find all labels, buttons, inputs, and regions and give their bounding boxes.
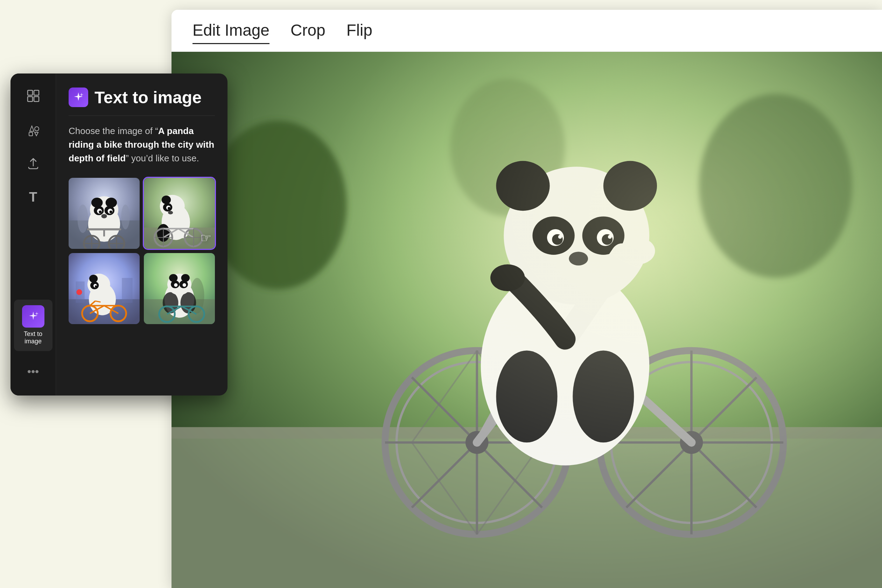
svg-line-30 <box>630 228 645 251</box>
svg-point-69 <box>110 210 112 213</box>
text-to-image-rail-label: Text to image <box>18 330 49 345</box>
panda-illustration <box>171 52 882 588</box>
layout-icon <box>27 90 39 104</box>
svg-line-29 <box>584 228 630 243</box>
svg-point-49 <box>490 264 525 291</box>
grid-item-3[interactable] <box>69 253 140 324</box>
text-icon: T <box>29 190 37 204</box>
svg-point-40 <box>582 217 624 255</box>
tab-edit-image[interactable]: Edit Image <box>192 17 270 44</box>
sidebar-item-text[interactable]: T <box>14 185 52 209</box>
svg-rect-55 <box>29 132 33 136</box>
svg-point-83 <box>162 196 171 204</box>
svg-point-17 <box>600 351 783 534</box>
elements-icon <box>26 123 40 139</box>
svg-line-15 <box>477 442 542 534</box>
sidebar-item-upload[interactable] <box>14 151 52 178</box>
svg-point-45 <box>558 235 562 239</box>
svg-rect-32 <box>542 320 550 343</box>
svg-line-13 <box>477 351 542 443</box>
panda-scene-background <box>171 52 882 588</box>
svg-point-58 <box>77 204 88 233</box>
svg-point-128 <box>174 283 177 286</box>
svg-point-36 <box>504 166 649 304</box>
svg-point-3 <box>450 79 565 217</box>
text-to-image-rail-icon <box>22 305 45 328</box>
svg-point-59 <box>121 204 129 229</box>
svg-point-87 <box>168 211 173 214</box>
svg-point-103 <box>76 290 82 295</box>
svg-point-121 <box>163 292 178 314</box>
svg-point-39 <box>532 217 574 255</box>
svg-point-48 <box>621 238 655 265</box>
svg-rect-53 <box>34 97 39 102</box>
svg-point-23 <box>680 431 703 454</box>
main-image-panel: Edit Image Crop Flip <box>171 10 882 588</box>
svg-point-7 <box>396 362 558 523</box>
svg-point-70 <box>101 214 107 218</box>
svg-point-46 <box>608 235 612 239</box>
main-image-area <box>171 52 882 588</box>
grid-item-4[interactable] <box>144 253 215 324</box>
tab-crop[interactable]: Crop <box>291 17 326 44</box>
svg-line-12 <box>412 351 477 443</box>
svg-point-41 <box>547 229 564 246</box>
svg-point-68 <box>99 210 102 213</box>
svg-point-34 <box>496 351 557 443</box>
panel-title: Text to image <box>94 88 202 107</box>
sidebar-item-text-to-image[interactable]: Text to image <box>14 300 52 351</box>
svg-point-129 <box>183 283 186 286</box>
svg-point-54 <box>34 127 39 131</box>
svg-line-10 <box>412 377 542 507</box>
svg-point-37 <box>496 161 549 211</box>
panel-content: Text to image Choose the image of “A pan… <box>56 74 228 396</box>
svg-rect-52 <box>28 97 33 102</box>
tab-flip[interactable]: Flip <box>346 17 372 44</box>
svg-line-25 <box>565 328 691 442</box>
sidebar-item-layout[interactable] <box>14 84 52 110</box>
panel-icon <box>69 87 88 107</box>
svg-point-44 <box>602 234 612 245</box>
svg-line-22 <box>627 377 757 507</box>
svg-line-21 <box>627 377 757 507</box>
svg-point-35 <box>573 351 634 443</box>
sidebar-item-elements[interactable] <box>14 117 52 144</box>
svg-point-63 <box>106 198 117 207</box>
svg-point-43 <box>552 234 563 245</box>
grid-item-2[interactable]: ☞ <box>144 178 215 249</box>
svg-point-38 <box>603 161 657 211</box>
svg-line-26 <box>565 243 584 328</box>
svg-line-11 <box>412 377 542 507</box>
svg-point-6 <box>385 351 569 534</box>
svg-point-109 <box>95 285 97 287</box>
svg-point-1 <box>209 121 347 289</box>
panel-header: Text to image <box>69 87 215 116</box>
svg-point-62 <box>92 198 102 207</box>
svg-point-33 <box>481 266 649 465</box>
svg-rect-50 <box>28 90 33 95</box>
panel-description: Choose the image of “A panda riding a bi… <box>69 124 215 165</box>
svg-line-28 <box>534 328 565 339</box>
image-grid: ☞ <box>69 178 215 324</box>
svg-rect-102 <box>122 278 132 303</box>
icon-rail: T Text to image ••• <box>10 74 56 396</box>
svg-point-16 <box>465 431 489 454</box>
toolbar: Edit Image Crop Flip <box>171 10 882 52</box>
svg-point-86 <box>168 207 171 210</box>
grid-item-1[interactable] <box>69 178 140 249</box>
upload-icon <box>27 157 40 172</box>
svg-point-31 <box>523 312 569 328</box>
svg-rect-4 <box>171 427 882 588</box>
svg-line-27 <box>477 339 534 442</box>
svg-rect-5 <box>171 427 882 438</box>
svg-point-106 <box>89 275 98 282</box>
more-options-button[interactable]: ••• <box>27 358 39 385</box>
svg-rect-0 <box>171 52 882 588</box>
svg-point-47 <box>569 252 588 265</box>
svg-point-2 <box>699 94 852 278</box>
svg-rect-51 <box>34 90 39 95</box>
svg-point-18 <box>611 362 772 523</box>
svg-line-14 <box>412 442 477 534</box>
sidebar-panel: T Text to image ••• Text to image <box>10 74 228 396</box>
svg-point-42 <box>597 229 614 246</box>
